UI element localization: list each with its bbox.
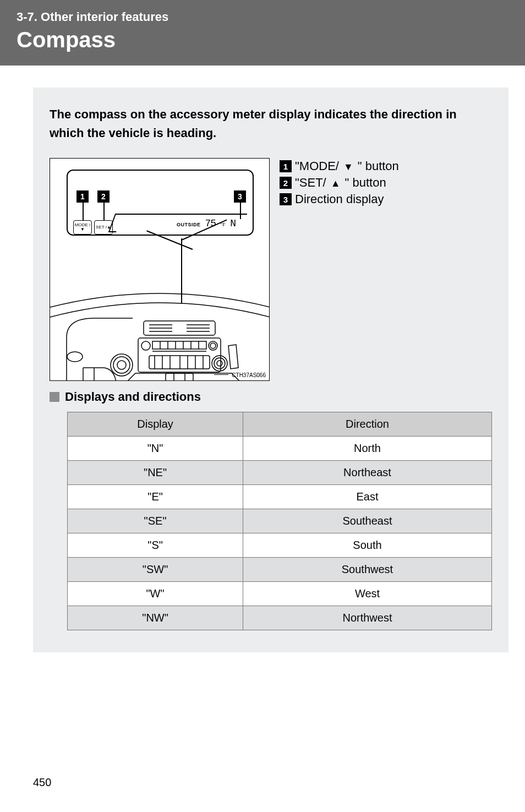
meter-readout: OUTSIDE 75 °F N — [177, 218, 237, 229]
table-header-display: Display — [68, 412, 243, 437]
content-panel: The compass on the accessory meter displ… — [33, 88, 508, 652]
svg-rect-8 — [138, 338, 221, 372]
svg-point-21 — [113, 357, 130, 373]
directions-table: Display Direction "N" North "NE" Northea… — [67, 412, 492, 630]
cell-direction: Northwest — [243, 606, 491, 630]
callout-number-1: 1 — [280, 160, 292, 172]
svg-rect-23 — [149, 356, 210, 369]
cell-display: "N" — [68, 437, 243, 461]
svg-point-22 — [117, 361, 126, 369]
cell-display: "SE" — [68, 509, 243, 533]
section-label: 3-7. Other interior features — [17, 10, 508, 24]
table-row: "S" South — [68, 533, 492, 558]
table-row: "W" West — [68, 582, 492, 606]
svg-point-20 — [111, 354, 133, 376]
figure-row: 1 2 3 MODE /▼ SET /▲ OUTSIDE 75 °F N — [50, 158, 492, 381]
callout-item-1: 1 "MODE/" button — [280, 159, 399, 173]
figure-code: CTH37AS066 — [232, 372, 266, 378]
cell-direction: Southeast — [243, 509, 491, 533]
callout-text-1a: "MODE/ — [295, 159, 339, 173]
cell-display: "NW" — [68, 606, 243, 630]
mode-button-icon: MODE /▼ — [73, 220, 92, 235]
svg-point-0 — [67, 352, 83, 362]
callout-marker-3: 3 — [234, 190, 246, 203]
table-row: "SE" Southeast — [68, 509, 492, 533]
page-number: 450 — [33, 776, 51, 789]
callout-number-2: 2 — [280, 177, 292, 189]
page-title: Compass — [17, 28, 508, 52]
table-row: "N" North — [68, 437, 492, 461]
cell-direction: South — [243, 533, 491, 558]
direction-value: N — [230, 218, 236, 229]
callout-text-3: Direction display — [295, 192, 384, 206]
subheading-text: Displays and directions — [65, 390, 201, 404]
svg-point-33 — [217, 361, 222, 366]
cell-display: "SW" — [68, 558, 243, 582]
cell-display: "E" — [68, 485, 243, 509]
table-row: "E" East — [68, 485, 492, 509]
callout-text-2a: "SET/ — [295, 176, 326, 190]
callout-number-3: 3 — [280, 193, 292, 205]
callout-text-2b: " button — [345, 176, 386, 190]
cell-display: "NE" — [68, 461, 243, 485]
dashboard-illustration — [50, 291, 270, 381]
svg-point-32 — [214, 358, 225, 369]
cell-direction: West — [243, 582, 491, 606]
callout-item-3: 3 Direction display — [280, 192, 399, 206]
table-row: "SW" Southwest — [68, 558, 492, 582]
cell-direction: North — [243, 437, 491, 461]
header-banner: 3-7. Other interior features Compass — [0, 0, 525, 66]
subheading-row: Displays and directions — [50, 390, 492, 404]
table-row: "NW" Northwest — [68, 606, 492, 630]
cell-display: "S" — [68, 533, 243, 558]
svg-point-9 — [141, 341, 150, 350]
table-header-direction: Direction — [243, 412, 491, 437]
svg-rect-36 — [166, 373, 193, 381]
callout-marker-1: 1 — [76, 190, 89, 203]
cell-direction: Northeast — [243, 461, 491, 485]
square-bullet-icon — [50, 392, 59, 402]
callout-item-2: 2 "SET/" button — [280, 176, 399, 190]
outside-label: OUTSIDE — [177, 222, 201, 227]
table-row: "NE" Northeast — [68, 461, 492, 485]
cell-direction: East — [243, 485, 491, 509]
figure-diagram: 1 2 3 MODE /▼ SET /▲ OUTSIDE 75 °F N — [50, 158, 270, 381]
callout-text-1b: " button — [358, 159, 399, 173]
callout-list: 1 "MODE/" button 2 "SET/" button 3 Direc… — [280, 158, 399, 209]
up-arrow-icon — [330, 176, 342, 190]
svg-point-11 — [210, 343, 216, 348]
intro-paragraph: The compass on the accessory meter displ… — [50, 105, 492, 143]
cell-direction: Southwest — [243, 558, 491, 582]
callout-marker-2: 2 — [97, 190, 110, 203]
cell-display: "W" — [68, 582, 243, 606]
down-arrow-icon — [342, 159, 354, 173]
